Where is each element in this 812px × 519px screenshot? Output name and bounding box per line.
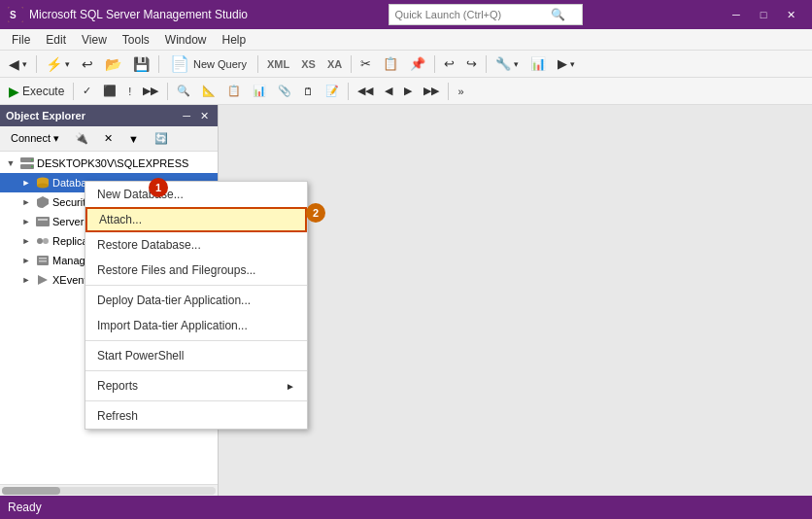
- ctx-start-powershell[interactable]: Start PowerShell: [85, 343, 307, 368]
- security-icon: [35, 194, 51, 210]
- toolbar-xmla-btn[interactable]: XA: [322, 53, 347, 75]
- step-badge-1: 1: [149, 178, 168, 197]
- context-menu: New Database... Attach... Restore Databa…: [85, 181, 308, 430]
- ctx-import-dta[interactable]: Import Data-tier Application...: [85, 313, 307, 338]
- toolbar2-btn14[interactable]: ▶: [399, 81, 417, 102]
- ctx-reports[interactable]: Reports ►: [85, 373, 307, 398]
- toolbar2-btn1[interactable]: ✓: [78, 81, 96, 102]
- oe-pin-button[interactable]: ─: [180, 109, 193, 122]
- execute-icon: ▶: [9, 84, 19, 99]
- toolbar2-btn5[interactable]: 🔍: [172, 81, 195, 102]
- search-icon: 🔍: [551, 8, 565, 21]
- toolbar2-more[interactable]: »: [453, 81, 468, 102]
- toolbar-undo-btn[interactable]: ↩: [439, 53, 459, 75]
- ctx-sep-3: [85, 370, 307, 371]
- ctx-deploy-dta[interactable]: Deploy Data-tier Application...: [85, 288, 307, 313]
- toolbar2-btn2[interactable]: ⬛: [98, 81, 121, 102]
- toolbar2-btn12[interactable]: ◀◀: [353, 81, 378, 102]
- toolbar2-btn4[interactable]: ▶▶: [138, 81, 163, 102]
- toolbar-btn-2[interactable]: ↩: [77, 53, 98, 75]
- toolbar-misc3[interactable]: ▶▾: [553, 53, 580, 75]
- ctx-new-database[interactable]: New Database...: [85, 182, 307, 207]
- svg-point-8: [37, 184, 49, 189]
- main-toolbar: ◀ ▾ ⚡▾ ↩ 📂 💾 📄 New Query XML XS XA ✂ 📋 📌…: [0, 51, 812, 78]
- toolbar-btn-4[interactable]: 💾: [128, 53, 154, 75]
- toolbar2-btn10[interactable]: 🗒: [298, 81, 319, 102]
- tree-expand-replication: ►: [19, 236, 33, 246]
- menu-file[interactable]: File: [4, 31, 38, 49]
- ctx-restore-db[interactable]: Restore Database...: [85, 232, 307, 258]
- tree-expand-server-objects: ►: [19, 217, 33, 226]
- back-button[interactable]: ◀ ▾: [4, 53, 32, 75]
- quick-launch[interactable]: 🔍: [389, 4, 583, 25]
- toolbar-cut-btn[interactable]: ✂: [355, 53, 376, 75]
- oe-connect-button[interactable]: Connect ▾: [4, 129, 66, 148]
- oe-filter-button[interactable]: 🔌: [68, 129, 95, 148]
- tree-item-server[interactable]: ▼ DESKTOPK30V\SQLEXPRESS: [0, 154, 218, 173]
- oe-scroll-thumb[interactable]: [2, 487, 60, 495]
- server-icon: [19, 156, 35, 171]
- maximize-button[interactable]: □: [750, 4, 777, 25]
- close-button[interactable]: ✕: [777, 4, 804, 25]
- menu-edit[interactable]: Edit: [38, 31, 74, 49]
- toolbar-paste-btn[interactable]: 📌: [405, 53, 430, 75]
- databases-icon: [35, 175, 51, 190]
- toolbar-copy-btn[interactable]: 📋: [378, 53, 403, 75]
- toolbar-redo-btn[interactable]: ↪: [461, 53, 482, 75]
- back-dropdown-icon: ▾: [22, 59, 27, 69]
- menu-help[interactable]: Help: [215, 31, 254, 49]
- server-objects-icon: [35, 214, 51, 229]
- svg-point-5: [31, 166, 33, 168]
- toolbar-btn-3[interactable]: 📂: [100, 53, 126, 75]
- toolbar2-btn13[interactable]: ◀: [380, 81, 397, 102]
- ctx-attach[interactable]: Attach...: [85, 207, 307, 232]
- new-query-button[interactable]: 📄 New Query: [163, 53, 254, 75]
- toolbar2-btn3[interactable]: !: [123, 81, 136, 102]
- oe-disconnect-button[interactable]: ✕: [97, 129, 119, 148]
- svg-text:S: S: [10, 10, 17, 20]
- toolbar-misc1[interactable]: 🔧▾: [491, 53, 524, 75]
- ctx-sep-4: [85, 400, 307, 401]
- ctx-restore-files[interactable]: Restore Files and Filegroups...: [85, 258, 307, 283]
- menu-view[interactable]: View: [74, 31, 115, 49]
- quick-launch-input[interactable]: [395, 9, 551, 20]
- menu-bar: File Edit View Tools Window Help: [0, 29, 812, 51]
- oe-scroll-track[interactable]: [2, 487, 216, 495]
- window-controls: ─ □ ✕: [723, 4, 804, 25]
- xevent-icon: [35, 272, 51, 288]
- toolbar2-btn11[interactable]: 📝: [321, 81, 344, 102]
- ctx-reports-arrow: ►: [286, 381, 295, 392]
- oe-header: Object Explorer ─ ✕: [0, 105, 218, 126]
- toolbar2-btn15[interactable]: ▶▶: [419, 81, 444, 102]
- toolbar-sep-4: [351, 55, 352, 73]
- oe-title: Object Explorer: [6, 110, 85, 121]
- svg-rect-16: [39, 260, 47, 262]
- toolbar-xslt-btn[interactable]: XS: [296, 53, 321, 75]
- toolbar2-btn9[interactable]: 📎: [273, 81, 296, 102]
- ctx-sep-1: [85, 285, 307, 286]
- toolbar2-sep-2: [167, 83, 168, 100]
- toolbar2-btn6[interactable]: 📐: [197, 81, 220, 102]
- oe-controls: ─ ✕: [180, 109, 212, 123]
- tree-expand-databases: ►: [19, 178, 33, 188]
- oe-filter2-button[interactable]: ▼: [121, 130, 146, 148]
- toolbar-misc2[interactable]: 📊: [525, 53, 551, 75]
- svg-point-12: [43, 238, 49, 244]
- menu-window[interactable]: Window: [157, 31, 215, 49]
- minimize-button[interactable]: ─: [723, 4, 750, 25]
- toolbar2-btn8[interactable]: 📊: [248, 81, 271, 102]
- toolbar2-sep-3: [348, 83, 349, 100]
- oe-close-button[interactable]: ✕: [197, 109, 212, 123]
- tree-expand-security: ►: [19, 197, 33, 207]
- toolbar-xml-btn[interactable]: XML: [262, 53, 294, 75]
- ctx-refresh[interactable]: Refresh: [85, 403, 307, 429]
- oe-refresh-button[interactable]: 🔄: [148, 129, 175, 148]
- management-icon: [35, 253, 51, 268]
- new-query-icon: 📄: [170, 54, 189, 73]
- tree-expand-server: ▼: [4, 158, 17, 168]
- menu-tools[interactable]: Tools: [115, 31, 157, 49]
- toolbar-sep-6: [486, 55, 487, 73]
- toolbar2-btn7[interactable]: 📋: [222, 81, 246, 102]
- toolbar-btn-1[interactable]: ⚡▾: [41, 53, 75, 75]
- execute-button[interactable]: ▶ Execute: [4, 81, 69, 102]
